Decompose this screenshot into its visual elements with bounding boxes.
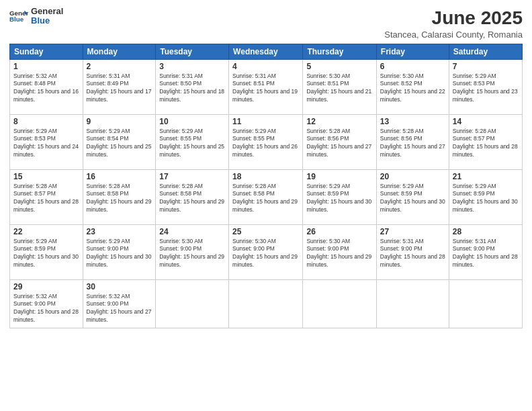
calendar-cell: 8 Sunrise: 5:29 AMSunset: 8:53 PMDayligh… (10, 114, 83, 169)
main-title: June 2025 (384, 7, 523, 30)
calendar-cell: 6 Sunrise: 5:30 AMSunset: 8:52 PMDayligh… (376, 59, 449, 114)
day-number: 14 (453, 117, 519, 126)
day-number: 26 (306, 227, 372, 236)
calendar-cell: 18 Sunrise: 5:28 AMSunset: 8:58 PMDaylig… (229, 169, 303, 224)
day-number: 25 (232, 227, 299, 236)
day-info: Sunrise: 5:29 AMSunset: 8:59 PMDaylight:… (380, 183, 445, 215)
day-info: Sunrise: 5:28 AMSunset: 8:58 PMDaylight:… (87, 183, 152, 215)
day-number: 23 (87, 227, 152, 236)
sub-title: Stancea, Calarasi County, Romania (384, 30, 523, 40)
calendar-cell (156, 279, 229, 328)
day-info: Sunrise: 5:29 AMSunset: 8:55 PMDaylight:… (232, 128, 299, 160)
calendar-cell: 16 Sunrise: 5:28 AMSunset: 8:58 PMDaylig… (83, 169, 156, 224)
day-info: Sunrise: 5:31 AMSunset: 9:00 PMDaylight:… (380, 238, 445, 270)
calendar-cell: 19 Sunrise: 5:29 AMSunset: 8:59 PMDaylig… (303, 169, 376, 224)
calendar-cell: 24 Sunrise: 5:30 AMSunset: 9:00 PMDaylig… (156, 224, 229, 279)
day-number: 16 (87, 172, 152, 181)
day-number: 15 (13, 172, 79, 181)
day-number: 18 (232, 172, 299, 181)
title-block: June 2025 Stancea, Calarasi County, Roma… (384, 7, 523, 40)
calendar-cell: 2 Sunrise: 5:31 AMSunset: 8:49 PMDayligh… (83, 59, 156, 114)
calendar-cell: 3 Sunrise: 5:31 AMSunset: 8:50 PMDayligh… (156, 59, 229, 114)
day-number: 5 (306, 62, 372, 71)
day-info: Sunrise: 5:29 AMSunset: 8:59 PMDaylight:… (13, 238, 79, 270)
day-number: 12 (306, 117, 372, 126)
day-info: Sunrise: 5:29 AMSunset: 8:53 PMDaylight:… (453, 73, 519, 105)
day-info: Sunrise: 5:28 AMSunset: 8:58 PMDaylight:… (232, 183, 299, 215)
day-number: 3 (159, 62, 225, 71)
day-number: 13 (380, 117, 445, 126)
day-info: Sunrise: 5:29 AMSunset: 8:54 PMDaylight:… (87, 128, 152, 160)
calendar-table: SundayMondayTuesdayWednesdayThursdayFrid… (9, 44, 523, 328)
calendar-cell (449, 279, 522, 328)
day-number: 19 (306, 172, 372, 181)
day-info: Sunrise: 5:30 AMSunset: 9:00 PMDaylight:… (306, 238, 372, 270)
calendar-cell (229, 279, 303, 328)
calendar-cell: 4 Sunrise: 5:31 AMSunset: 8:51 PMDayligh… (229, 59, 303, 114)
day-number: 9 (87, 117, 152, 126)
calendar-header-sunday: Sunday (10, 44, 83, 59)
day-info: Sunrise: 5:28 AMSunset: 8:58 PMDaylight:… (159, 183, 225, 215)
day-info: Sunrise: 5:29 AMSunset: 8:53 PMDaylight:… (13, 128, 79, 160)
calendar-header-tuesday: Tuesday (156, 44, 229, 59)
day-info: Sunrise: 5:29 AMSunset: 8:55 PMDaylight:… (159, 128, 225, 160)
day-info: Sunrise: 5:31 AMSunset: 8:50 PMDaylight:… (159, 73, 225, 105)
day-number: 1 (13, 62, 79, 71)
calendar-cell: 12 Sunrise: 5:28 AMSunset: 8:56 PMDaylig… (303, 114, 376, 169)
calendar-cell: 11 Sunrise: 5:29 AMSunset: 8:55 PMDaylig… (229, 114, 303, 169)
day-info: Sunrise: 5:29 AMSunset: 8:59 PMDaylight:… (453, 183, 519, 215)
calendar-page: General Blue General Blue June 2025 Stan… (0, 0, 532, 411)
day-number: 21 (453, 172, 519, 181)
calendar-cell: 10 Sunrise: 5:29 AMSunset: 8:55 PMDaylig… (156, 114, 229, 169)
calendar-header-row: SundayMondayTuesdayWednesdayThursdayFrid… (10, 44, 523, 59)
calendar-cell: 17 Sunrise: 5:28 AMSunset: 8:58 PMDaylig… (156, 169, 229, 224)
calendar-cell: 27 Sunrise: 5:31 AMSunset: 9:00 PMDaylig… (376, 224, 449, 279)
day-number: 7 (453, 62, 519, 71)
day-number: 11 (232, 117, 299, 126)
calendar-cell: 7 Sunrise: 5:29 AMSunset: 8:53 PMDayligh… (449, 59, 522, 114)
calendar-header-thursday: Thursday (303, 44, 376, 59)
calendar-cell (303, 279, 376, 328)
day-info: Sunrise: 5:30 AMSunset: 8:52 PMDaylight:… (380, 73, 445, 105)
day-info: Sunrise: 5:28 AMSunset: 8:57 PMDaylight:… (453, 128, 519, 160)
calendar-cell: 14 Sunrise: 5:28 AMSunset: 8:57 PMDaylig… (449, 114, 522, 169)
calendar-week-5: 29 Sunrise: 5:32 AMSunset: 9:00 PMDaylig… (10, 279, 523, 328)
day-info: Sunrise: 5:32 AMSunset: 9:00 PMDaylight:… (13, 293, 79, 325)
day-info: Sunrise: 5:29 AMSunset: 8:59 PMDaylight:… (306, 183, 372, 215)
calendar-week-4: 22 Sunrise: 5:29 AMSunset: 8:59 PMDaylig… (10, 224, 523, 279)
day-number: 8 (13, 117, 79, 126)
day-info: Sunrise: 5:31 AMSunset: 8:49 PMDaylight:… (87, 73, 152, 105)
calendar-cell: 30 Sunrise: 5:32 AMSunset: 9:00 PMDaylig… (83, 279, 156, 328)
header: General Blue General Blue June 2025 Stan… (9, 7, 523, 40)
day-number: 29 (13, 282, 79, 291)
logo-blue: Blue (31, 16, 63, 26)
calendar-cell: 21 Sunrise: 5:29 AMSunset: 8:59 PMDaylig… (449, 169, 522, 224)
logo-icon: General Blue (9, 7, 28, 26)
calendar-cell: 22 Sunrise: 5:29 AMSunset: 8:59 PMDaylig… (10, 224, 83, 279)
calendar-cell: 20 Sunrise: 5:29 AMSunset: 8:59 PMDaylig… (376, 169, 449, 224)
day-info: Sunrise: 5:28 AMSunset: 8:56 PMDaylight:… (380, 128, 445, 160)
day-number: 28 (453, 227, 519, 236)
calendar-week-1: 1 Sunrise: 5:32 AMSunset: 8:48 PMDayligh… (10, 59, 523, 114)
day-number: 27 (380, 227, 445, 236)
day-info: Sunrise: 5:31 AMSunset: 8:51 PMDaylight:… (232, 73, 299, 105)
day-info: Sunrise: 5:30 AMSunset: 8:51 PMDaylight:… (306, 73, 372, 105)
day-number: 10 (159, 117, 225, 126)
day-info: Sunrise: 5:30 AMSunset: 9:00 PMDaylight:… (232, 238, 299, 270)
calendar-cell (376, 279, 449, 328)
calendar-cell: 26 Sunrise: 5:30 AMSunset: 9:00 PMDaylig… (303, 224, 376, 279)
calendar-cell: 9 Sunrise: 5:29 AMSunset: 8:54 PMDayligh… (83, 114, 156, 169)
day-info: Sunrise: 5:31 AMSunset: 9:00 PMDaylight:… (453, 238, 519, 270)
calendar-header-wednesday: Wednesday (229, 44, 303, 59)
calendar-week-3: 15 Sunrise: 5:28 AMSunset: 8:57 PMDaylig… (10, 169, 523, 224)
day-info: Sunrise: 5:29 AMSunset: 9:00 PMDaylight:… (87, 238, 152, 270)
day-info: Sunrise: 5:32 AMSunset: 9:00 PMDaylight:… (87, 293, 152, 325)
calendar-header-friday: Friday (376, 44, 449, 59)
calendar-body: 1 Sunrise: 5:32 AMSunset: 8:48 PMDayligh… (10, 59, 523, 328)
svg-text:Blue: Blue (9, 16, 24, 24)
calendar-cell: 15 Sunrise: 5:28 AMSunset: 8:57 PMDaylig… (10, 169, 83, 224)
calendar-cell: 1 Sunrise: 5:32 AMSunset: 8:48 PMDayligh… (10, 59, 83, 114)
day-number: 30 (87, 282, 152, 291)
day-number: 20 (380, 172, 445, 181)
day-number: 22 (13, 227, 79, 236)
